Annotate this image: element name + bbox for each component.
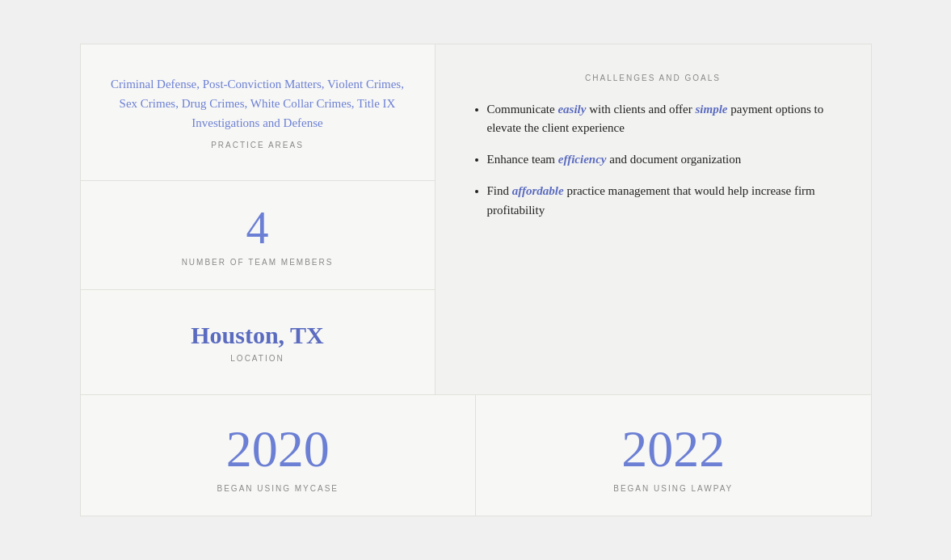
location-card: Houston, TX LOCATION [80, 290, 436, 395]
lawpay-label: BEGAN USING LAWPAY [613, 484, 733, 493]
lawpay-cell: 2022 BEGAN USING LAWPAY [476, 395, 871, 516]
challenges-list: Communicate easily with clients and offe… [471, 100, 835, 220]
bottom-row: 2020 BEGAN USING MYCASE 2022 BEGAN USING… [80, 395, 872, 516]
challenges-label: CHALLENGES AND GOALS [585, 74, 721, 82]
challenge-1-before: Communicate [487, 103, 558, 116]
mycase-label: BEGAN USING MYCASE [217, 484, 339, 493]
challenge-2-after: and document organization [606, 153, 741, 166]
challenge-1-italic1: easily [558, 103, 586, 116]
challenges-card: CHALLENGES AND GOALS Communicate easily … [436, 44, 872, 396]
challenge-2-italic: efficiency [558, 153, 607, 166]
location-text: Houston, TX [191, 322, 324, 349]
mycase-year: 2020 [226, 421, 330, 478]
main-layout: Criminal Defense, Post-Conviction Matter… [80, 44, 872, 517]
challenge-item-1: Communicate easily with clients and offe… [487, 100, 835, 138]
location-label: LOCATION [230, 354, 284, 363]
team-card: 4 NUMBER OF TEAM MEMBERS [80, 181, 436, 291]
challenge-item-2: Enhance team efficiency and document org… [487, 150, 835, 169]
top-row: Criminal Defense, Post-Conviction Matter… [80, 44, 872, 396]
practice-areas-label: PRACTICE AREAS [211, 141, 304, 149]
left-column: Criminal Defense, Post-Conviction Matter… [80, 44, 436, 396]
challenge-1-mid: with clients and offer [586, 103, 695, 116]
team-label: NUMBER OF TEAM MEMBERS [182, 258, 334, 267]
team-number: 4 [246, 204, 269, 254]
lawpay-year: 2022 [621, 421, 725, 478]
challenge-3-italic: affordable [512, 184, 564, 197]
challenge-item-3: Find affordable practice management that… [487, 182, 835, 220]
challenge-2-before: Enhance team [487, 153, 558, 166]
challenge-1-italic2: simple [696, 103, 728, 116]
practice-areas-card: Criminal Defense, Post-Conviction Matter… [80, 44, 436, 181]
mycase-cell: 2020 BEGAN USING MYCASE [81, 395, 477, 516]
challenge-3-before: Find [487, 184, 512, 197]
practice-areas-text: Criminal Defense, Post-Conviction Matter… [107, 74, 409, 133]
